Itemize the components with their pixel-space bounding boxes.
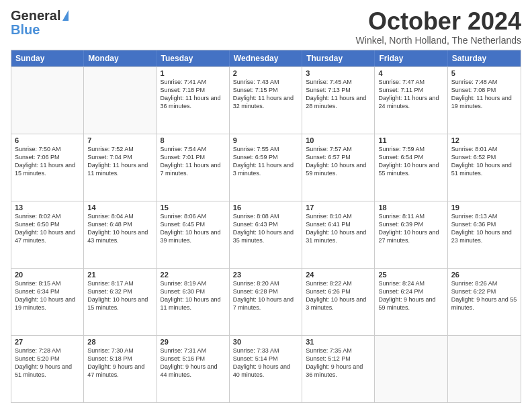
calendar-cell: 4Sunrise: 7:47 AMSunset: 7:11 PMDaylight… — [375, 67, 447, 134]
day-number: 5 — [451, 69, 517, 77]
calendar-cell: 17Sunrise: 8:10 AMSunset: 6:41 PMDayligh… — [302, 201, 375, 268]
calendar-row: 27Sunrise: 7:28 AMSunset: 5:20 PMDayligh… — [11, 335, 521, 402]
calendar-cell: 27Sunrise: 7:28 AMSunset: 5:20 PMDayligh… — [11, 336, 84, 402]
cell-info: Sunrise: 8:15 AMSunset: 6:34 PMDaylight:… — [15, 280, 75, 311]
logo-blue: Blue — [11, 24, 40, 36]
day-number: 24 — [306, 271, 371, 279]
calendar-cell: 11Sunrise: 7:59 AMSunset: 6:54 PMDayligh… — [375, 134, 447, 201]
day-number: 10 — [306, 136, 371, 144]
weekday-header: Saturday — [448, 50, 521, 66]
cell-info: Sunrise: 8:19 AMSunset: 6:30 PMDaylight:… — [161, 280, 221, 311]
cell-info: Sunrise: 8:01 AMSunset: 6:52 PMDaylight:… — [451, 146, 512, 177]
cell-info: Sunrise: 8:26 AMSunset: 6:22 PMDaylight:… — [451, 280, 517, 311]
cell-info: Sunrise: 8:11 AMSunset: 6:39 PMDaylight:… — [378, 213, 439, 244]
calendar-header: SundayMondayTuesdayWednesdayThursdayFrid… — [11, 50, 521, 66]
day-number: 8 — [161, 136, 226, 144]
cell-info: Sunrise: 7:52 AMSunset: 7:04 PMDaylight:… — [87, 146, 148, 177]
cell-info: Sunrise: 7:54 AMSunset: 7:01 PMDaylight:… — [161, 146, 221, 177]
cell-info: Sunrise: 7:30 AMSunset: 5:18 PMDaylight:… — [87, 347, 144, 378]
calendar-cell: 6Sunrise: 7:50 AMSunset: 7:06 PMDaylight… — [11, 134, 84, 201]
calendar-cell: 16Sunrise: 8:08 AMSunset: 6:43 PMDayligh… — [230, 201, 302, 268]
day-number: 17 — [306, 203, 371, 212]
day-number: 13 — [15, 203, 80, 212]
calendar-cell: 26Sunrise: 8:26 AMSunset: 6:22 PMDayligh… — [448, 269, 521, 335]
calendar-row: 6Sunrise: 7:50 AMSunset: 7:06 PMDaylight… — [11, 134, 521, 201]
day-number: 9 — [233, 136, 298, 144]
calendar-cell: 20Sunrise: 8:15 AMSunset: 6:34 PMDayligh… — [11, 269, 84, 335]
calendar-cell: 14Sunrise: 8:04 AMSunset: 6:48 PMDayligh… — [84, 201, 157, 268]
calendar-cell: 7Sunrise: 7:52 AMSunset: 7:04 PMDaylight… — [84, 134, 157, 201]
calendar-cell: 10Sunrise: 7:57 AMSunset: 6:57 PMDayligh… — [302, 134, 375, 201]
calendar: SundayMondayTuesdayWednesdayThursdayFrid… — [11, 50, 521, 403]
day-number: 19 — [451, 203, 517, 212]
calendar-cell: 28Sunrise: 7:30 AMSunset: 5:18 PMDayligh… — [84, 336, 157, 402]
calendar-cell: 9Sunrise: 7:55 AMSunset: 6:59 PMDaylight… — [230, 134, 302, 201]
day-number: 27 — [15, 338, 80, 346]
cell-info: Sunrise: 7:59 AMSunset: 6:54 PMDaylight:… — [378, 146, 439, 177]
cell-info: Sunrise: 8:24 AMSunset: 6:24 PMDaylight:… — [378, 280, 435, 311]
weekday-header: Wednesday — [230, 50, 302, 66]
calendar-cell — [448, 336, 521, 402]
day-number: 30 — [233, 338, 298, 346]
calendar-body: 1Sunrise: 7:41 AMSunset: 7:18 PMDaylight… — [11, 66, 521, 402]
cell-info: Sunrise: 8:06 AMSunset: 6:45 PMDaylight:… — [161, 213, 221, 244]
cell-info: Sunrise: 7:41 AMSunset: 7:18 PMDaylight:… — [161, 79, 221, 109]
cell-info: Sunrise: 7:57 AMSunset: 6:57 PMDaylight:… — [306, 146, 366, 177]
calendar-cell: 29Sunrise: 7:31 AMSunset: 5:16 PMDayligh… — [157, 336, 230, 402]
cell-info: Sunrise: 8:17 AMSunset: 6:32 PMDaylight:… — [87, 280, 148, 311]
cell-info: Sunrise: 8:10 AMSunset: 6:41 PMDaylight:… — [306, 213, 366, 244]
cell-info: Sunrise: 7:47 AMSunset: 7:11 PMDaylight:… — [378, 79, 439, 109]
cell-info: Sunrise: 8:20 AMSunset: 6:28 PMDaylight:… — [233, 280, 294, 311]
location: Winkel, North Holland, The Netherlands — [356, 35, 521, 46]
calendar-cell: 8Sunrise: 7:54 AMSunset: 7:01 PMDaylight… — [157, 134, 230, 201]
calendar-cell — [11, 67, 84, 134]
day-number: 23 — [233, 271, 298, 279]
day-number: 1 — [161, 69, 226, 77]
cell-info: Sunrise: 7:43 AMSunset: 7:15 PMDaylight:… — [233, 79, 294, 109]
day-number: 3 — [306, 69, 371, 77]
cell-info: Sunrise: 8:02 AMSunset: 6:50 PMDaylight:… — [15, 213, 75, 244]
day-number: 25 — [378, 271, 443, 279]
day-number: 15 — [161, 203, 226, 212]
cell-info: Sunrise: 8:04 AMSunset: 6:48 PMDaylight:… — [87, 213, 148, 244]
calendar-row: 1Sunrise: 7:41 AMSunset: 7:18 PMDaylight… — [11, 66, 521, 134]
calendar-cell: 15Sunrise: 8:06 AMSunset: 6:45 PMDayligh… — [157, 201, 230, 268]
logo-general: General — [11, 8, 60, 24]
day-number: 21 — [87, 271, 152, 279]
day-number: 20 — [15, 271, 80, 279]
cell-info: Sunrise: 8:08 AMSunset: 6:43 PMDaylight:… — [233, 213, 294, 244]
page: General Blue October 2024 Winkel, North … — [0, 0, 532, 411]
month-title: October 2024 — [356, 8, 521, 35]
calendar-cell: 12Sunrise: 8:01 AMSunset: 6:52 PMDayligh… — [448, 134, 521, 201]
day-number: 6 — [15, 136, 80, 144]
cell-info: Sunrise: 7:28 AMSunset: 5:20 PMDaylight:… — [15, 347, 72, 378]
weekday-header: Monday — [84, 50, 157, 66]
calendar-cell: 30Sunrise: 7:33 AMSunset: 5:14 PMDayligh… — [230, 336, 302, 402]
calendar-cell: 24Sunrise: 8:22 AMSunset: 6:26 PMDayligh… — [302, 269, 375, 335]
day-number: 7 — [87, 136, 152, 144]
calendar-cell: 23Sunrise: 8:20 AMSunset: 6:28 PMDayligh… — [230, 269, 302, 335]
calendar-cell: 25Sunrise: 8:24 AMSunset: 6:24 PMDayligh… — [375, 269, 447, 335]
day-number: 2 — [233, 69, 298, 77]
day-number: 31 — [306, 338, 371, 346]
calendar-row: 13Sunrise: 8:02 AMSunset: 6:50 PMDayligh… — [11, 201, 521, 268]
calendar-cell: 13Sunrise: 8:02 AMSunset: 6:50 PMDayligh… — [11, 201, 84, 268]
day-number: 29 — [161, 338, 226, 346]
calendar-cell: 3Sunrise: 7:45 AMSunset: 7:13 PMDaylight… — [302, 67, 375, 134]
day-number: 14 — [87, 203, 152, 212]
calendar-row: 20Sunrise: 8:15 AMSunset: 6:34 PMDayligh… — [11, 268, 521, 335]
calendar-cell: 31Sunrise: 7:35 AMSunset: 5:12 PMDayligh… — [302, 336, 375, 402]
cell-info: Sunrise: 7:31 AMSunset: 5:16 PMDaylight:… — [161, 347, 218, 378]
day-number: 4 — [378, 69, 443, 77]
day-number: 11 — [378, 136, 443, 144]
calendar-cell: 1Sunrise: 7:41 AMSunset: 7:18 PMDaylight… — [157, 67, 230, 134]
weekday-header: Tuesday — [157, 50, 230, 66]
cell-info: Sunrise: 7:35 AMSunset: 5:12 PMDaylight:… — [306, 347, 363, 378]
calendar-cell: 22Sunrise: 8:19 AMSunset: 6:30 PMDayligh… — [157, 269, 230, 335]
day-number: 12 — [451, 136, 517, 144]
day-number: 22 — [161, 271, 226, 279]
calendar-cell: 18Sunrise: 8:11 AMSunset: 6:39 PMDayligh… — [375, 201, 447, 268]
weekday-header: Friday — [375, 50, 447, 66]
header: General Blue October 2024 Winkel, North … — [11, 8, 521, 46]
calendar-cell: 5Sunrise: 7:48 AMSunset: 7:08 PMDaylight… — [448, 67, 521, 134]
